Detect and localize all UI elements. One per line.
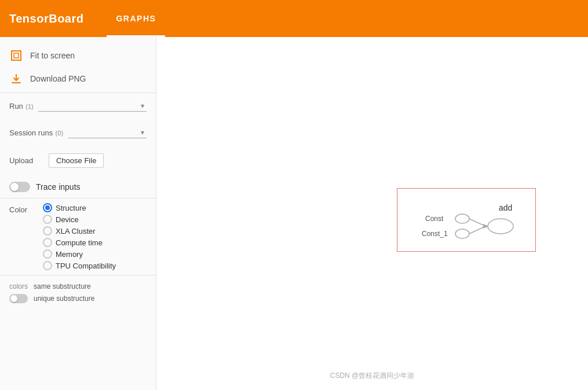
trace-inputs-label: Trace inputs: [36, 182, 81, 192]
fit-to-screen-icon: [9, 49, 23, 62]
main-canvas: add Const Const_1 CSDN: [156, 37, 588, 390]
session-runs-row: Session runs (0): [9, 127, 147, 138]
session-runs-section: Session runs (0): [0, 122, 156, 149]
nav-graphs[interactable]: GRAPHS: [107, 0, 165, 37]
graph-container: add Const Const_1: [397, 188, 536, 252]
radio-compute-time: [43, 238, 52, 247]
toggle-thumb: [10, 183, 19, 191]
divider-2: [0, 198, 156, 198]
svg-line-9: [469, 227, 484, 234]
top-nav: GRAPHS: [107, 0, 165, 37]
choose-file-button[interactable]: Choose File: [49, 153, 104, 168]
svg-text:Const_1: Const_1: [422, 230, 448, 238]
upload-section: Upload Choose File: [0, 149, 156, 178]
color-options: Structure Device XLA Cluster Compute tim…: [43, 203, 116, 270]
color-option-xla-cluster[interactable]: XLA Cluster: [43, 226, 116, 236]
color-option-tpu[interactable]: TPU Compatibility: [43, 261, 116, 270]
radio-memory: [43, 249, 52, 259]
color-option-compute-time[interactable]: Compute time: [43, 238, 116, 247]
radio-structure: [43, 203, 52, 212]
svg-rect-1: [14, 53, 19, 58]
svg-point-5: [455, 214, 469, 223]
color-row: Color Structure Device XLA Cluster: [9, 203, 147, 270]
session-runs-dropdown[interactable]: [68, 127, 147, 138]
svg-text:Const: Const: [425, 215, 444, 223]
color-option-structure[interactable]: Structure: [43, 203, 116, 212]
download-icon: [9, 72, 23, 86]
graph-box[interactable]: add Const Const_1: [397, 188, 536, 252]
svg-point-11: [488, 219, 513, 234]
graph-svg: add Const Const_1: [415, 200, 531, 246]
color-option-device[interactable]: Device: [43, 215, 116, 224]
color-option-memory[interactable]: Memory: [43, 249, 116, 259]
watermark: CSDN @曾桂花酒同少年游: [330, 371, 415, 381]
upload-row: Upload Choose File: [9, 153, 147, 168]
svg-rect-0: [12, 51, 21, 60]
radio-device: [43, 215, 52, 224]
session-runs-label-group: Session runs (0): [9, 127, 63, 138]
run-label-group: Run (1): [9, 101, 34, 111]
substructure-section: colors same substructure unique substruc…: [0, 278, 156, 311]
svg-line-8: [469, 219, 484, 226]
app-title: TensorBoard: [9, 12, 83, 25]
trace-inputs-row: Trace inputs: [0, 178, 156, 196]
svg-point-7: [455, 229, 469, 238]
fit-to-screen-button[interactable]: Fit to screen: [0, 44, 156, 67]
divider-3: [0, 275, 156, 275]
trace-inputs-toggle[interactable]: [9, 182, 30, 192]
run-section: Run (1): [0, 95, 156, 122]
svg-text:add: add: [499, 203, 512, 212]
header: TensorBoard GRAPHS: [0, 0, 588, 37]
session-runs-dropdown-wrapper: [68, 127, 147, 138]
toggle-small-thumb: [10, 295, 17, 302]
sidebar: Fit to screen Download PNG Run (1): [0, 37, 156, 390]
radio-xla-cluster: [43, 226, 52, 236]
run-dropdown[interactable]: [38, 100, 147, 111]
same-substructure-row: colors same substructure: [9, 282, 147, 290]
run-row: Run (1): [9, 100, 147, 112]
run-dropdown-wrapper: [38, 100, 147, 112]
divider-1: [0, 93, 156, 93]
main-layout: Fit to screen Download PNG Run (1): [0, 37, 588, 390]
color-section: Color Structure Device XLA Cluster: [0, 201, 156, 273]
radio-tpu: [43, 261, 52, 270]
unique-substructure-row: unique substructure: [9, 294, 147, 303]
download-png-button[interactable]: Download PNG: [0, 67, 156, 90]
unique-substructure-toggle[interactable]: [9, 294, 28, 303]
